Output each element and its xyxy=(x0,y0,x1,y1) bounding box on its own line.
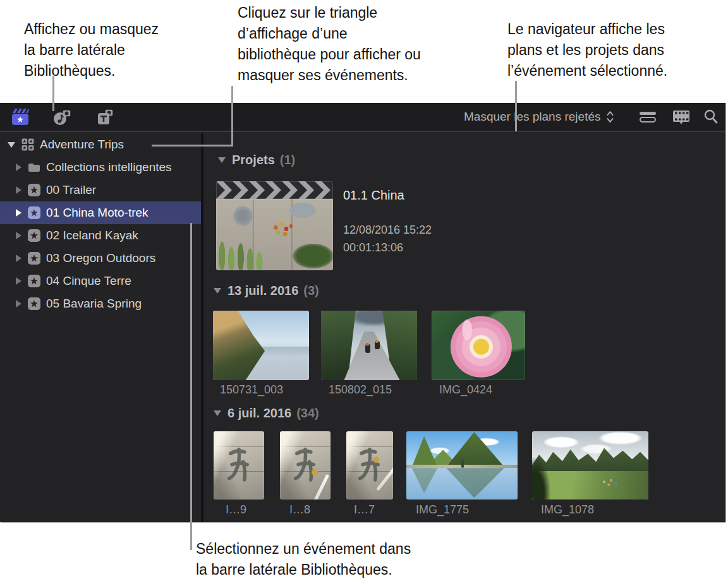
callout-select-event: Sélectionnez un événement dans la barre … xyxy=(196,539,411,580)
clip-thumbnail-calligraphy-9[interactable] xyxy=(214,431,264,499)
disclosure-triangle-icon[interactable] xyxy=(16,164,21,171)
music-note-camera-icon xyxy=(53,108,72,126)
section-count: (1) xyxy=(280,153,295,167)
folder-icon xyxy=(28,162,40,172)
sidebar-item-label: 02 Iceland Kayak xyxy=(46,229,138,242)
sidebar-item-label: 03 Oregon Outdoors xyxy=(46,251,155,265)
clip-label: I…7 xyxy=(354,503,375,517)
section-header-13-juil: 13 juil. 2016 (3) xyxy=(214,284,319,298)
callout-line-triangle-horizontal xyxy=(152,145,233,146)
callout-line-browser xyxy=(515,81,517,131)
clip-label: 150802_015 xyxy=(329,383,392,397)
disclosure-triangle-icon[interactable] xyxy=(16,277,21,285)
clip-thumbnail-150731-003[interactable] xyxy=(213,311,309,380)
event-star-icon xyxy=(28,184,40,196)
toolbar: Masquer les plans rejetés xyxy=(0,103,725,132)
sidebar-item-collections-intelligentes[interactable]: Collections intelligentes xyxy=(0,156,201,179)
filmstrip-view-button[interactable] xyxy=(670,103,693,131)
libraries-sidebar: Adventure Trips Collections intelligente… xyxy=(0,133,201,522)
section-header-6-juil: 6 juil. 2016 (34) xyxy=(214,406,319,421)
section-disclosure-triangle[interactable] xyxy=(214,410,221,416)
library-icon xyxy=(21,138,34,151)
clip-thumbnail-img-1775[interactable] xyxy=(406,431,518,499)
disclosure-triangle-icon[interactable] xyxy=(16,254,21,262)
sidebar-item-label: 00 Trailer xyxy=(46,183,96,197)
photos-audio-sidebar-button[interactable] xyxy=(52,103,73,131)
clip-appearance-icon xyxy=(638,110,657,124)
project-thumbnail-china[interactable] xyxy=(216,199,333,270)
library-name: Adventure Trips xyxy=(40,138,124,152)
sidebar-item-label: 01 China Moto-trek xyxy=(46,206,149,220)
fcp-window: Masquer les plans rejetés xyxy=(0,103,726,523)
clip-thumbnail-img-0424[interactable] xyxy=(432,311,525,380)
person-silhouette xyxy=(461,460,464,468)
disclosure-triangle-icon[interactable] xyxy=(16,232,21,239)
callout-line-triangle-vertical xyxy=(231,86,233,146)
clip-label: IMG_0424 xyxy=(439,383,492,397)
event-star-icon xyxy=(28,206,40,219)
section-title: 6 juil. 2016 xyxy=(228,406,291,421)
project-clapperboard-strip[interactable] xyxy=(216,181,333,199)
event-star-icon xyxy=(28,275,40,287)
window-main: Adventure Trips Collections intelligente… xyxy=(0,133,725,522)
sidebar-item-05-bavaria-spring[interactable]: 05 Bavaria Spring xyxy=(0,292,201,315)
sidebar-item-03-oregon-outdoors[interactable]: 03 Oregon Outdoors xyxy=(0,247,201,270)
callout-line-sidebar xyxy=(52,76,54,111)
sidebar-item-label: Collections intelligentes xyxy=(46,160,172,174)
clip-label: I…8 xyxy=(289,503,310,517)
clip-label: I…9 xyxy=(226,503,246,517)
sidebar-item-01-china-moto-trek[interactable]: 01 China Moto-trek xyxy=(0,201,201,224)
clip-label: 150731_003 xyxy=(220,383,283,397)
section-header-projets: Projets (1) xyxy=(218,153,295,167)
section-title: Projets xyxy=(232,153,275,167)
browser: Projets (1) xyxy=(203,133,725,522)
section-disclosure-triangle[interactable] xyxy=(218,157,226,163)
clip-label: IMG_1775 xyxy=(416,503,469,517)
brush-ferrule-icon xyxy=(312,469,318,475)
callout-click-triangle: Cliquez sur le triangle d’affichage d’un… xyxy=(238,3,421,86)
filmstrip-icon xyxy=(672,109,691,124)
callout-line-select-event xyxy=(190,223,192,550)
project-duration: 00:01:13:06 xyxy=(343,241,403,254)
event-star-icon xyxy=(28,297,40,310)
titles-generators-sidebar-button[interactable] xyxy=(95,103,116,131)
search-button[interactable] xyxy=(701,103,720,131)
clip-thumbnail-calligraphy-8[interactable] xyxy=(280,431,331,499)
sidebar-item-02-iceland-kayak[interactable]: 02 Iceland Kayak xyxy=(0,224,201,247)
search-icon xyxy=(703,109,719,125)
clip-appearance-button[interactable] xyxy=(637,103,658,131)
sidebar-item-00-trailer[interactable]: 00 Trailer xyxy=(0,179,201,201)
section-count: (3) xyxy=(303,284,318,298)
clip-thumbnail-calligraphy-7[interactable] xyxy=(346,431,393,499)
sidebar-item-label: 04 Cinque Terre xyxy=(46,274,131,288)
section-title: 13 juil. 2016 xyxy=(228,284,298,298)
callout-browser-shows: Le navigateur affiche les plans et les p… xyxy=(507,19,667,81)
event-star-icon xyxy=(28,229,40,242)
clapperboard-star-icon xyxy=(11,108,30,126)
chevron-pattern-icon xyxy=(216,181,333,199)
event-star-icon xyxy=(28,252,40,265)
section-count: (34) xyxy=(296,406,319,421)
section-disclosure-triangle[interactable] xyxy=(214,288,221,294)
project-modified-date: 12/08/2016 15:22 xyxy=(343,224,432,237)
chevron-up-down-icon xyxy=(606,109,614,124)
clip-label: IMG_1078 xyxy=(541,503,594,517)
callout-show-sidebar: Affichez ou masquez la barre latérale Bi… xyxy=(24,19,159,81)
sidebar-item-label: 05 Bavaria Spring xyxy=(46,297,142,311)
page: Affichez ou masquez la barre latérale Bi… xyxy=(0,0,728,586)
disclosure-triangle-icon[interactable] xyxy=(16,300,21,308)
project-name: 01.1 China xyxy=(343,188,404,203)
clip-thumbnail-img-1078[interactable] xyxy=(532,431,648,499)
disclosure-triangle-icon[interactable] xyxy=(16,209,21,217)
filter-popup-button[interactable]: Masquer les plans rejetés xyxy=(460,103,618,131)
disclosure-triangle-icon[interactable] xyxy=(16,186,21,194)
brush-ferrule-icon xyxy=(373,457,379,463)
sidebar-item-04-cinque-terre[interactable]: 04 Cinque Terre xyxy=(0,270,201,292)
libraries-sidebar-button[interactable] xyxy=(10,103,32,131)
disclosure-triangle-expanded-icon[interactable] xyxy=(8,142,15,148)
filter-popup-label: Masquer les plans rejetés xyxy=(464,110,601,124)
letter-t-camera-icon xyxy=(96,108,115,126)
clip-thumbnail-150802-015[interactable] xyxy=(321,311,417,380)
